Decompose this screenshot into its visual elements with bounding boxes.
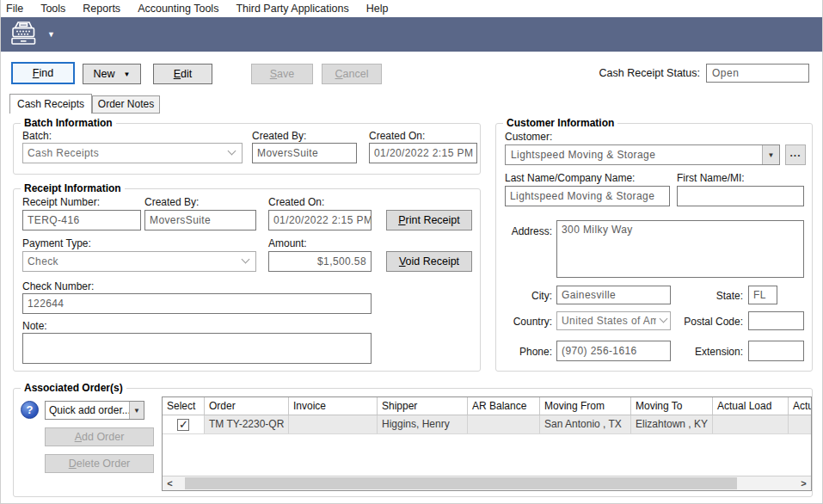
new-dropdown-caret-icon: ▼ bbox=[124, 71, 131, 78]
column-header-invoice[interactable]: Invoice bbox=[289, 397, 378, 415]
amount-label: Amount: bbox=[268, 237, 307, 249]
check-number-label: Check Number: bbox=[22, 280, 94, 292]
row-moving-to-cell: Elizahtown , KY bbox=[631, 415, 713, 433]
batch-information-group: Batch Information Batch: Cash Receipts C… bbox=[13, 123, 481, 175]
batch-combo[interactable]: Cash Receipts bbox=[22, 143, 243, 163]
row-ar-balance-cell bbox=[468, 415, 540, 433]
customer-combo-dropdown-button[interactable]: ▼ bbox=[762, 145, 779, 164]
city-field[interactable]: Gainesville bbox=[556, 286, 671, 304]
associated-orders-title: Associated Order(s) bbox=[21, 382, 126, 394]
tab-cash-receipts[interactable]: Cash Receipts bbox=[9, 94, 92, 114]
extension-field[interactable] bbox=[748, 341, 804, 361]
customer-label: Customer: bbox=[505, 131, 552, 143]
orders-table-header: Select Order Invoice Shipper AR Balance … bbox=[163, 397, 811, 415]
customer-information-group: Customer Information Customer: Lightspee… bbox=[495, 123, 813, 372]
scrollbar-thumb[interactable] bbox=[185, 477, 737, 489]
customer-combo[interactable]: Lightspeed Moving & Storage ▼ bbox=[505, 144, 780, 165]
menu-help[interactable]: Help bbox=[358, 1, 397, 16]
note-field[interactable] bbox=[22, 333, 372, 364]
receipt-number-label: Receipt Number: bbox=[22, 196, 100, 208]
payment-type-combo[interactable]: Check bbox=[22, 251, 256, 272]
customer-lookup-ellipsis-button[interactable]: ... bbox=[785, 144, 806, 165]
horizontal-scrollbar[interactable]: < > bbox=[163, 476, 811, 490]
delete-order-button[interactable]: Delete Order bbox=[45, 454, 154, 473]
batch-created-by-field[interactable]: MoversSuite bbox=[252, 143, 357, 163]
receipt-information-title: Receipt Information bbox=[21, 182, 125, 194]
amount-field[interactable]: $1,500.58 bbox=[268, 251, 372, 272]
address-label: Address: bbox=[505, 225, 552, 237]
scroll-left-arrow-icon[interactable]: < bbox=[163, 476, 177, 490]
receipt-information-group: Receipt Information Receipt Number: TERQ… bbox=[13, 188, 481, 372]
state-field[interactable]: FL bbox=[748, 286, 777, 304]
column-header-shipper[interactable]: Shipper bbox=[378, 397, 468, 415]
menu-accounting-tools[interactable]: Accounting Tools bbox=[129, 1, 227, 16]
city-label: City: bbox=[505, 290, 552, 302]
add-order-button[interactable]: Add Order bbox=[45, 427, 154, 446]
new-button[interactable]: New▼ bbox=[83, 64, 141, 84]
receipt-created-on-label: Created On: bbox=[268, 196, 324, 208]
receipt-created-on-field[interactable]: 01/20/2022 2:15 PM bbox=[268, 210, 372, 230]
country-combo[interactable]: United States of Am bbox=[556, 311, 671, 330]
menu-tools[interactable]: Tools bbox=[32, 1, 74, 16]
check-number-field[interactable]: 122644 bbox=[22, 293, 372, 314]
void-receipt-button[interactable]: Void Receipt bbox=[386, 251, 472, 272]
edit-button[interactable]: Edit bbox=[153, 64, 212, 84]
postal-code-field[interactable] bbox=[748, 311, 804, 330]
help-icon[interactable]: ? bbox=[21, 401, 39, 419]
menu-reports[interactable]: Reports bbox=[74, 1, 129, 16]
batch-created-on-field[interactable]: 01/20/2022 2:15 PM bbox=[369, 143, 477, 163]
cash-receipt-status-field[interactable]: Open bbox=[706, 64, 809, 83]
country-label: Country: bbox=[505, 316, 552, 328]
dropdown-caret-icon: ▼ bbox=[133, 407, 140, 415]
batch-created-by-label: Created By: bbox=[252, 130, 306, 142]
column-header-order[interactable]: Order bbox=[205, 397, 289, 415]
quick-add-dropdown-button[interactable]: ▼ bbox=[129, 402, 144, 419]
row-select-cell bbox=[163, 415, 205, 433]
cancel-button[interactable]: Cancel bbox=[322, 64, 382, 84]
row-invoice-cell bbox=[289, 415, 378, 433]
quick-add-order-combo[interactable]: Quick add order... ▼ bbox=[45, 401, 144, 420]
note-label: Note: bbox=[22, 320, 47, 332]
menu-bar: File Tools Reports Accounting Tools Thir… bbox=[1, 0, 822, 17]
cash-register-toolbar-button[interactable]: ▼ bbox=[9, 21, 55, 49]
receipt-created-by-field[interactable]: MoversSuite bbox=[144, 210, 256, 230]
print-receipt-button[interactable]: Print Receipt bbox=[386, 210, 472, 230]
cash-receipts-window: File Tools Reports Accounting Tools Thir… bbox=[0, 0, 823, 504]
cash-receipt-status: Cash Receipt Status: Open bbox=[599, 64, 809, 83]
table-row[interactable]: TM TY-2230-QR Higgins, Henry San Antonio… bbox=[163, 415, 811, 434]
checkbox-checked-icon[interactable] bbox=[177, 419, 189, 431]
chevron-down-icon bbox=[660, 315, 668, 323]
last-name-label: Last Name/Company Name: bbox=[505, 172, 635, 184]
last-name-field[interactable]: Lightspeed Moving & Storage bbox=[505, 186, 670, 206]
menu-file[interactable]: File bbox=[1, 1, 32, 16]
extension-label: Extension: bbox=[674, 346, 743, 358]
receipt-number-field[interactable]: TERQ-416 bbox=[22, 210, 141, 230]
first-name-label: First Name/MI: bbox=[677, 172, 745, 184]
phone-field[interactable]: (970) 256-1616 bbox=[556, 341, 671, 361]
row-actual-extra-cell bbox=[789, 415, 811, 433]
batch-created-on-label: Created On: bbox=[369, 130, 425, 142]
batch-information-title: Batch Information bbox=[21, 117, 116, 129]
menu-third-party-applications[interactable]: Third Party Applications bbox=[227, 1, 357, 16]
row-shipper-cell: Higgins, Henry bbox=[378, 415, 468, 433]
column-header-moving-from[interactable]: Moving From bbox=[540, 397, 631, 415]
address-field[interactable]: 300 Milky Way bbox=[556, 220, 804, 278]
column-header-select[interactable]: Select bbox=[163, 397, 205, 415]
customer-information-title: Customer Information bbox=[503, 117, 617, 129]
column-header-actual-load[interactable]: Actual Load bbox=[713, 397, 789, 415]
first-name-field[interactable] bbox=[677, 186, 804, 206]
find-button[interactable]: Find bbox=[11, 62, 75, 84]
column-header-ar-balance[interactable]: AR Balance bbox=[468, 397, 540, 415]
column-header-actual-truncated[interactable]: Actua bbox=[789, 397, 811, 415]
receipt-created-by-label: Created By: bbox=[144, 196, 199, 208]
row-actual-load-cell bbox=[713, 415, 789, 433]
toolbar-dropdown-caret-icon[interactable]: ▼ bbox=[47, 30, 55, 39]
column-header-moving-to[interactable]: Moving To bbox=[631, 397, 713, 415]
tab-order-notes[interactable]: Order Notes bbox=[92, 95, 160, 114]
save-button[interactable]: Save bbox=[251, 64, 313, 84]
cash-register-icon bbox=[9, 21, 40, 49]
cash-receipt-status-label: Cash Receipt Status: bbox=[599, 67, 700, 79]
scroll-right-arrow-icon[interactable]: > bbox=[796, 476, 811, 490]
postal-code-label: Postal Code: bbox=[674, 316, 743, 328]
orders-table: Select Order Invoice Shipper AR Balance … bbox=[162, 396, 812, 491]
